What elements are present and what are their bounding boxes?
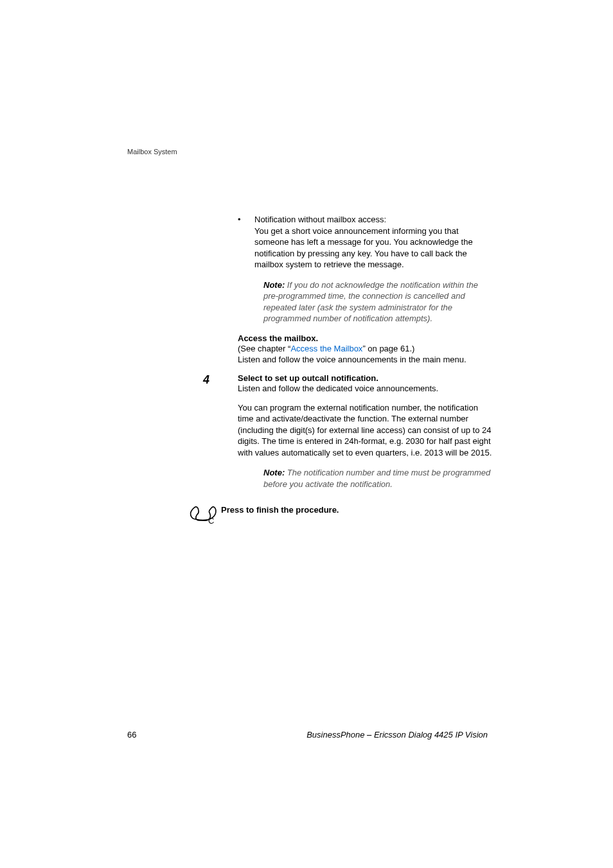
page-header: Mailbox System xyxy=(127,148,177,155)
bullet-text: Notification without mailbox access: You… xyxy=(254,214,495,270)
note-label-2: Note: xyxy=(263,468,285,477)
program-paragraph: You can program the external notificatio… xyxy=(238,402,495,459)
handset-icon-cell: C xyxy=(186,500,221,528)
finish-text: Press to finish the procedure. xyxy=(221,500,495,515)
page-number: 66 xyxy=(127,730,136,740)
section-title: Mailbox System xyxy=(127,148,177,155)
step-4-row: 4 Select to set up outcall notification.… xyxy=(238,373,495,394)
access-link[interactable]: Access the Mailbox xyxy=(290,344,362,353)
step-title: Select to set up outcall notification. xyxy=(238,373,495,383)
note-block-1: Note: If you do not acknowledge the noti… xyxy=(263,279,495,324)
bullet-marker: • xyxy=(238,214,254,270)
note-body: If you do not acknowledge the notificati… xyxy=(263,280,478,324)
access-title: Access the mailbox. xyxy=(238,333,495,343)
svg-text:C: C xyxy=(208,516,214,526)
note-block-2: Note: The notification number and time m… xyxy=(263,467,495,490)
content-area: • Notification without mailbox access: Y… xyxy=(238,214,495,528)
footer-product: BusinessPhone – Ericsson Dialog 4425 IP … xyxy=(306,730,488,740)
note-label: Note: xyxy=(263,280,285,290)
step-number: 4 xyxy=(203,373,238,387)
step-body: Listen and follow the dedicated voice an… xyxy=(238,383,495,394)
bullet-title: Notification without mailbox access: xyxy=(254,214,495,226)
bullet-body: You get a short voice announcement infor… xyxy=(254,226,495,270)
access-prefix: (See chapter “ xyxy=(238,344,290,353)
handset-clear-icon: C xyxy=(186,500,221,526)
note-body-2: The notification number and time must be… xyxy=(263,468,490,489)
bullet-item: • Notification without mailbox access: Y… xyxy=(238,214,495,270)
access-section: Access the mailbox. (See chapter “Access… xyxy=(238,333,495,366)
access-line1: (See chapter “Access the Mailbox” on pag… xyxy=(238,343,495,355)
step-content: Select to set up outcall notification. L… xyxy=(238,373,495,394)
finish-row: C Press to finish the procedure. xyxy=(238,500,495,528)
access-line2: Listen and follow the voice announcement… xyxy=(238,354,495,366)
access-suffix: ” on page 61.) xyxy=(362,344,414,353)
